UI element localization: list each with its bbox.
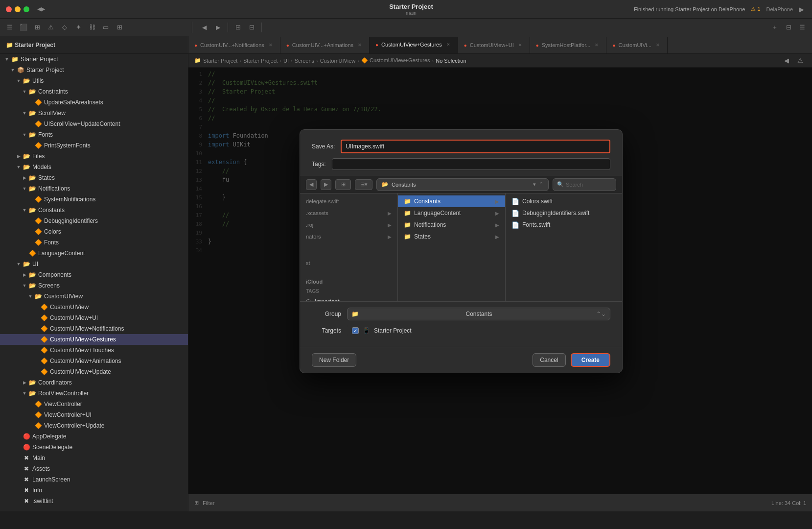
tree-item[interactable]: ▶ 🔶 ViewController+Update [0, 420, 188, 431]
file-item[interactable]: .roj ▶ [300, 219, 397, 231]
inspector-btn[interactable]: ☰ [796, 22, 808, 33]
group-select[interactable]: 📁 Constants ⌃⌄ [347, 308, 610, 320]
create-button[interactable]: Create [571, 353, 610, 367]
tree-item[interactable]: ▶ 🔴 SceneDelegate [0, 442, 188, 453]
tag-important[interactable]: Important [300, 296, 397, 301]
tree-item[interactable]: ▶ ✖ Assets [0, 463, 188, 474]
tab-system[interactable]: ● SystemHostPlatfor... ✕ [530, 37, 607, 53]
tree-item[interactable]: ▼ 📂 RootViewController [0, 388, 188, 399]
tree-item[interactable]: ▶ ✖ .swiftlint [0, 496, 188, 506]
breadcrumb-item[interactable]: CustomUIView [320, 58, 356, 64]
close-button[interactable] [6, 6, 12, 12]
tree-item[interactable]: ▶ 🔶 Colors [0, 226, 188, 237]
tab-ui[interactable]: ● CustomUIView+UI ✕ [458, 37, 530, 53]
link-btn[interactable]: ⛓ [86, 22, 98, 33]
add-file-btn[interactable]: + [769, 22, 781, 33]
tree-item[interactable]: ▼ 📂 UI [0, 259, 188, 269]
tree-item[interactable]: Package Dependencies [0, 510, 188, 511]
file-item[interactable]: st [300, 257, 397, 269]
tree-item[interactable]: ▼ 📦 Starter Project [0, 65, 188, 75]
hierarchy-btn[interactable]: ⬛ [18, 22, 29, 33]
tree-item[interactable]: ▶ 🔶 CustomUIView+Touches [0, 345, 188, 356]
breadcrumb-item[interactable]: Screens [295, 58, 314, 64]
tree-item[interactable]: ▶ 🔶 CustomUIView+UI [0, 313, 188, 323]
tree-item[interactable]: ▶ 🔶 Fonts [0, 237, 188, 248]
tree-item[interactable]: ▼ 📂 Constants [0, 205, 188, 216]
tree-item[interactable]: ▶ 🔶 CustomUIView+Update [0, 366, 188, 377]
breadcrumb-warn-btn[interactable]: ⚠ [794, 55, 806, 67]
tree-item[interactable]: ▼ 📂 Utils [0, 75, 188, 86]
tree-item[interactable]: ▼ 📂 CustomUIView [0, 291, 188, 302]
tree-item[interactable]: ▶ 📂 States [0, 172, 188, 183]
file-item-colors[interactable]: 📄 Colors.swift [506, 195, 622, 207]
minimize-button[interactable] [15, 6, 21, 12]
tab-close-btn[interactable]: ✕ [654, 42, 661, 48]
tab-close-btn[interactable]: ✕ [593, 42, 600, 48]
save-as-input[interactable] [341, 140, 610, 153]
star-btn[interactable]: ✦ [72, 22, 84, 33]
file-item-debugging[interactable]: 📄 DebuggingIdentifiers.swift [506, 207, 622, 219]
breadcrumb-item[interactable]: UI [283, 58, 289, 64]
tree-item[interactable]: ▼ 📂 Fonts [0, 129, 188, 140]
tree-item[interactable]: ▶ 🔶 DebuggingIdentifiers [0, 216, 188, 226]
tab-animations[interactable]: ● CustomUIV...+Animations ✕ [280, 37, 370, 53]
grid-view-btn[interactable]: ⊟ [246, 22, 257, 33]
tree-item[interactable]: ▶ ✖ Info [0, 485, 188, 496]
tree-item[interactable]: ▶ 🔶 CustomUIView+Notifications [0, 323, 188, 334]
tags-input[interactable] [332, 158, 610, 170]
view-grid-btn[interactable]: ⊟▾ [355, 179, 372, 190]
rect-btn[interactable]: ▭ [100, 22, 112, 33]
tree-item[interactable]: ▼ 📂 ScrollView [0, 108, 188, 119]
maximize-button[interactable] [23, 6, 29, 12]
tab-custom2[interactable]: ● CustomUIVi... ✕ [606, 37, 668, 53]
tree-item[interactable]: ▶ 🔶 LanguageContent [0, 248, 188, 259]
filter-btn[interactable]: ⊞ [31, 22, 43, 33]
tree-item[interactable]: ▼ 📂 Notifications [0, 183, 188, 194]
tree-item[interactable]: ▶ 🔶 UpdateSafeAreaInsets [0, 97, 188, 108]
tree-item[interactable]: ▼ 📁 Starter Project [0, 54, 188, 65]
tree-item[interactable]: ▶ 🔶 CustomUIView+Animations [0, 356, 188, 366]
tab-close-btn[interactable]: ✕ [356, 42, 363, 48]
split-editor-btn[interactable]: ⊟ [783, 22, 794, 33]
tree-item[interactable]: ▶ 🔶 PrintSystemFonts [0, 140, 188, 151]
window-controls[interactable] [6, 6, 29, 12]
browser-forward-btn[interactable]: ▶ [321, 179, 331, 190]
tree-item[interactable]: ▶ 🔶 CustomUIView [0, 302, 188, 313]
tab-gestures[interactable]: ● CustomUIView+Gestures ✕ [370, 37, 458, 53]
tree-item[interactable]: ▼ 📂 Constraints [0, 86, 188, 97]
tab-close-btn[interactable]: ✕ [517, 42, 524, 48]
tree-item[interactable]: ▶ ✖ LaunchScreen [0, 474, 188, 485]
file-item[interactable]: .xcassets ▶ [300, 207, 397, 219]
warning-btn[interactable]: ⚠ [45, 22, 57, 33]
location-dropdown[interactable]: 📂 Constants ▾ ⌃ [376, 178, 549, 191]
tab-close-btn[interactable]: ✕ [445, 41, 452, 48]
grid-btn[interactable]: ⊞ [114, 22, 125, 33]
tree-item[interactable]: ▶ 📂 Components [0, 269, 188, 280]
breadcrumb-item[interactable]: 🔶 CustomUIView+Gestures [361, 57, 430, 64]
browser-back-btn[interactable]: ◀ [306, 179, 317, 190]
file-item[interactable]: delegate.swift [300, 195, 397, 207]
code-editor[interactable]: 1 // 2 // CustomUIView+Gestures.swift 3 … [188, 68, 812, 494]
breadcrumb-item[interactable]: Starter Project [243, 58, 278, 64]
new-folder-button[interactable]: New Folder [312, 353, 356, 367]
tree-item[interactable]: ▶ 📂 Coordinators [0, 377, 188, 388]
tab-notifications[interactable]: ● CustomUIV...+Notifications ✕ [188, 37, 280, 53]
diamond-btn[interactable]: ◇ [59, 22, 70, 33]
cancel-button[interactable]: Cancel [533, 353, 565, 367]
nav-back-btn[interactable]: ◀ [198, 22, 210, 33]
run-button[interactable]: ▶ [799, 5, 804, 13]
tree-item[interactable]: ▼ 📂 Screens [0, 280, 188, 291]
tree-item[interactable]: ▶ 🔶 UIScrollView+UpdateContent [0, 119, 188, 129]
breadcrumb-back-btn[interactable]: ◀ [781, 55, 792, 67]
tree-item[interactable]: ▶ 📂 Files [0, 151, 188, 162]
tree-item[interactable]: ▶ 🔶 CustomUIView+Gestures [0, 334, 188, 345]
folder-item-language[interactable]: 📁 LanguageContent ▶ [398, 207, 505, 219]
sidebar-toggle-btn[interactable]: ☰ [4, 22, 16, 33]
file-item[interactable]: nators ▶ [300, 231, 397, 242]
tab-close-btn[interactable]: ✕ [267, 42, 274, 48]
back-forward-icon[interactable]: ◀▶ [37, 6, 45, 12]
search-bar[interactable]: 🔍 Search [553, 178, 616, 191]
file-item-fonts[interactable]: 📄 Fonts.swift [506, 219, 622, 231]
nav-forward-btn[interactable]: ▶ [212, 22, 224, 33]
tree-item[interactable]: ▶ 🔶 ViewController+UI [0, 409, 188, 420]
